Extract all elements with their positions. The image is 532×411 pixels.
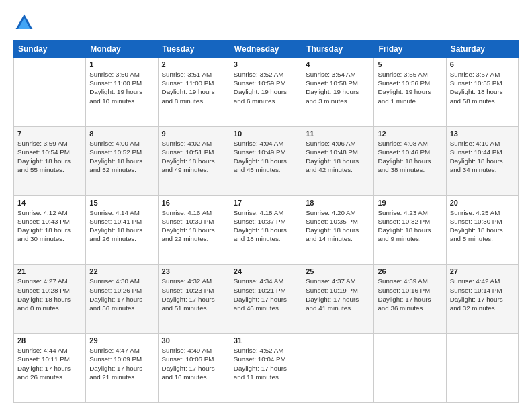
day-cell: 31Sunrise: 4:52 AM Sunset: 10:04 PM Dayl… (230, 334, 302, 403)
day-cell: 29Sunrise: 4:47 AM Sunset: 10:09 PM Dayl… (86, 334, 158, 403)
col-header-friday: Friday (374, 41, 446, 58)
day-info: Sunrise: 4:44 AM Sunset: 10:11 PM Daylig… (17, 346, 82, 381)
day-cell: 23Sunrise: 4:32 AM Sunset: 10:23 PM Dayl… (158, 265, 230, 334)
day-number: 11 (306, 130, 370, 138)
day-info: Sunrise: 4:34 AM Sunset: 10:21 PM Daylig… (234, 277, 298, 312)
day-number: 6 (450, 60, 515, 68)
day-cell: 11Sunrise: 4:06 AM Sunset: 10:48 PM Dayl… (302, 126, 374, 195)
day-cell: 28Sunrise: 4:44 AM Sunset: 10:11 PM Dayl… (14, 334, 86, 403)
day-cell: 21Sunrise: 4:27 AM Sunset: 10:28 PM Dayl… (14, 265, 86, 334)
day-info: Sunrise: 4:52 AM Sunset: 10:04 PM Daylig… (234, 346, 298, 381)
col-header-monday: Monday (86, 41, 158, 58)
col-header-wednesday: Wednesday (230, 41, 302, 58)
day-number: 20 (450, 199, 515, 207)
day-info: Sunrise: 3:55 AM Sunset: 10:56 PM Daylig… (378, 70, 442, 105)
day-info: Sunrise: 4:06 AM Sunset: 10:48 PM Daylig… (306, 139, 370, 175)
day-number: 29 (89, 336, 154, 345)
day-number: 5 (378, 60, 442, 68)
day-cell: 20Sunrise: 4:25 AM Sunset: 10:30 PM Dayl… (446, 195, 518, 265)
day-info: Sunrise: 4:12 AM Sunset: 10:43 PM Daylig… (17, 208, 82, 244)
day-cell: 10Sunrise: 4:04 AM Sunset: 10:49 PM Dayl… (230, 126, 302, 195)
day-cell: 25Sunrise: 4:37 AM Sunset: 10:19 PM Dayl… (302, 265, 374, 334)
day-number: 25 (306, 267, 370, 275)
day-number: 31 (234, 336, 298, 345)
day-info: Sunrise: 3:59 AM Sunset: 10:54 PM Daylig… (17, 139, 82, 175)
day-number: 28 (17, 336, 82, 345)
day-cell: 2Sunrise: 3:51 AM Sunset: 11:00 PM Dayli… (158, 58, 230, 127)
day-cell (446, 334, 518, 403)
day-number: 2 (162, 60, 226, 68)
day-info: Sunrise: 4:20 AM Sunset: 10:35 PM Daylig… (306, 208, 370, 244)
day-cell: 5Sunrise: 3:55 AM Sunset: 10:56 PM Dayli… (374, 58, 446, 127)
day-number: 21 (17, 267, 82, 275)
calendar-table: SundayMondayTuesdayWednesdayThursdayFrid… (13, 40, 519, 403)
week-row: 28Sunrise: 4:44 AM Sunset: 10:11 PM Dayl… (14, 334, 519, 403)
day-number: 1 (89, 60, 154, 68)
day-cell: 15Sunrise: 4:14 AM Sunset: 10:41 PM Dayl… (86, 195, 158, 265)
day-info: Sunrise: 4:47 AM Sunset: 10:09 PM Daylig… (89, 346, 154, 381)
day-info: Sunrise: 3:50 AM Sunset: 11:00 PM Daylig… (89, 70, 154, 105)
day-info: Sunrise: 4:25 AM Sunset: 10:30 PM Daylig… (450, 208, 515, 244)
day-cell: 30Sunrise: 4:49 AM Sunset: 10:06 PM Dayl… (158, 334, 230, 403)
day-cell: 24Sunrise: 4:34 AM Sunset: 10:21 PM Dayl… (230, 265, 302, 334)
day-number: 3 (234, 60, 298, 68)
col-header-sunday: Sunday (14, 41, 86, 58)
day-info: Sunrise: 4:18 AM Sunset: 10:37 PM Daylig… (234, 208, 298, 244)
day-number: 22 (89, 267, 154, 275)
day-number: 17 (234, 199, 298, 207)
day-info: Sunrise: 3:52 AM Sunset: 10:59 PM Daylig… (234, 70, 298, 105)
day-number: 27 (450, 267, 515, 275)
week-row: 21Sunrise: 4:27 AM Sunset: 10:28 PM Dayl… (14, 265, 519, 334)
day-info: Sunrise: 4:49 AM Sunset: 10:06 PM Daylig… (162, 346, 226, 381)
day-cell: 27Sunrise: 4:42 AM Sunset: 10:14 PM Dayl… (446, 265, 518, 334)
day-number: 10 (234, 130, 298, 138)
day-info: Sunrise: 4:39 AM Sunset: 10:16 PM Daylig… (378, 277, 442, 312)
day-number: 13 (450, 130, 515, 138)
day-cell: 22Sunrise: 4:30 AM Sunset: 10:26 PM Dayl… (86, 265, 158, 334)
week-row: 14Sunrise: 4:12 AM Sunset: 10:43 PM Dayl… (14, 195, 519, 265)
day-info: Sunrise: 4:00 AM Sunset: 10:52 PM Daylig… (89, 139, 154, 175)
day-info: Sunrise: 4:10 AM Sunset: 10:44 PM Daylig… (450, 139, 515, 175)
day-number: 23 (162, 267, 226, 275)
day-info: Sunrise: 4:08 AM Sunset: 10:46 PM Daylig… (378, 139, 442, 175)
day-number: 19 (378, 199, 442, 207)
logo (13, 12, 38, 34)
col-header-tuesday: Tuesday (158, 41, 230, 58)
day-cell: 12Sunrise: 4:08 AM Sunset: 10:46 PM Dayl… (374, 126, 446, 195)
day-cell: 9Sunrise: 4:02 AM Sunset: 10:51 PM Dayli… (158, 126, 230, 195)
header-row: SundayMondayTuesdayWednesdayThursdayFrid… (14, 41, 519, 58)
day-cell (374, 334, 446, 403)
day-info: Sunrise: 4:37 AM Sunset: 10:19 PM Daylig… (306, 277, 370, 312)
day-info: Sunrise: 3:54 AM Sunset: 10:58 PM Daylig… (306, 70, 370, 105)
day-info: Sunrise: 4:23 AM Sunset: 10:32 PM Daylig… (378, 208, 442, 244)
col-header-saturday: Saturday (446, 41, 518, 58)
day-number: 14 (17, 199, 82, 207)
day-info: Sunrise: 4:32 AM Sunset: 10:23 PM Daylig… (162, 277, 226, 312)
day-cell: 18Sunrise: 4:20 AM Sunset: 10:35 PM Dayl… (302, 195, 374, 265)
day-number: 8 (89, 130, 154, 138)
week-row: 1Sunrise: 3:50 AM Sunset: 11:00 PM Dayli… (14, 58, 519, 127)
day-info: Sunrise: 4:27 AM Sunset: 10:28 PM Daylig… (17, 277, 82, 312)
day-cell: 7Sunrise: 3:59 AM Sunset: 10:54 PM Dayli… (14, 126, 86, 195)
day-cell (302, 334, 374, 403)
day-cell: 13Sunrise: 4:10 AM Sunset: 10:44 PM Dayl… (446, 126, 518, 195)
week-row: 7Sunrise: 3:59 AM Sunset: 10:54 PM Dayli… (14, 126, 519, 195)
day-info: Sunrise: 4:14 AM Sunset: 10:41 PM Daylig… (89, 208, 154, 244)
page: SundayMondayTuesdayWednesdayThursdayFrid… (0, 0, 532, 411)
day-info: Sunrise: 3:51 AM Sunset: 11:00 PM Daylig… (162, 70, 226, 105)
day-number: 9 (162, 130, 226, 138)
day-number: 30 (162, 336, 226, 345)
day-number: 7 (17, 130, 82, 138)
day-info: Sunrise: 4:42 AM Sunset: 10:14 PM Daylig… (450, 277, 515, 312)
day-info: Sunrise: 4:16 AM Sunset: 10:39 PM Daylig… (162, 208, 226, 244)
logo-icon (13, 12, 35, 34)
day-cell: 16Sunrise: 4:16 AM Sunset: 10:39 PM Dayl… (158, 195, 230, 265)
day-cell: 14Sunrise: 4:12 AM Sunset: 10:43 PM Dayl… (14, 195, 86, 265)
day-number: 4 (306, 60, 370, 68)
day-info: Sunrise: 4:04 AM Sunset: 10:49 PM Daylig… (234, 139, 298, 175)
day-number: 26 (378, 267, 442, 275)
col-header-thursday: Thursday (302, 41, 374, 58)
day-number: 16 (162, 199, 226, 207)
day-cell (14, 58, 86, 127)
day-number: 15 (89, 199, 154, 207)
